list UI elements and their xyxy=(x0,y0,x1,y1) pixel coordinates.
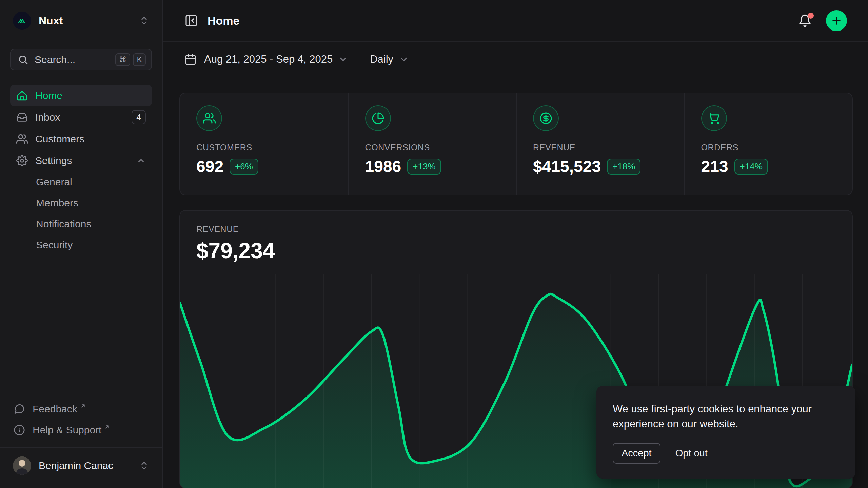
home-icon xyxy=(16,90,28,101)
dollar-circle-icon xyxy=(533,105,559,131)
kbd-k: K xyxy=(133,53,146,66)
stat-label: REVENUE xyxy=(533,143,668,152)
stat-card-conversions: CONVERSIONS 1986 +13% xyxy=(348,93,516,195)
inbox-icon xyxy=(16,111,28,123)
search-kbd-hints: ⌘ K xyxy=(115,53,146,66)
plus-icon xyxy=(831,15,842,26)
sidebar-item-label: Customers xyxy=(35,133,84,145)
notification-dot xyxy=(808,13,814,19)
user-name: Benjamin Canac xyxy=(39,460,139,471)
workspace-switcher[interactable]: Nuxt xyxy=(10,9,152,32)
users-icon xyxy=(196,105,222,131)
sidebar-item-home[interactable]: Home xyxy=(10,85,152,106)
stat-delta-badge: +18% xyxy=(607,159,640,175)
accept-button[interactable]: Accept xyxy=(613,443,660,464)
users-icon xyxy=(16,133,28,145)
stat-label: CONVERSIONS xyxy=(365,143,500,152)
stat-value: 692 xyxy=(196,157,223,176)
page-title: Home xyxy=(208,14,239,27)
date-range-value: Aug 21, 2025 - Sep 4, 2025 xyxy=(204,53,333,65)
stat-label: CUSTOMERS xyxy=(196,143,332,152)
sidebar-item-inbox[interactable]: Inbox 4 xyxy=(10,106,152,128)
sidebar-item-customers[interactable]: Customers xyxy=(10,128,152,150)
add-button[interactable] xyxy=(826,10,847,31)
stat-delta-badge: +13% xyxy=(407,159,441,175)
stat-card-revenue: REVENUE $415,523 +18% xyxy=(516,93,684,195)
cart-icon xyxy=(701,105,727,131)
stat-delta-badge: +6% xyxy=(230,159,258,175)
main-area: Home Aug 21, 2025 - xyxy=(163,0,868,488)
cookie-message: We use first-party cookies to enhance yo… xyxy=(613,402,839,431)
pie-chart-icon xyxy=(365,105,391,131)
calendar-icon xyxy=(184,53,197,65)
search-placeholder: Search... xyxy=(35,54,115,65)
divider xyxy=(0,447,162,448)
sidebar-item-label: Inbox xyxy=(35,111,132,123)
help-support-label: Help & Support xyxy=(33,424,101,436)
stat-label: ORDERS xyxy=(701,143,836,152)
revenue-label: REVENUE xyxy=(196,224,836,234)
stats-row: CUSTOMERS 692 +6% CONVERSIONS 1986 xyxy=(179,93,853,195)
inbox-count-badge: 4 xyxy=(132,110,146,124)
search-icon xyxy=(18,54,28,65)
page-header: Home xyxy=(163,0,868,42)
user-menu[interactable]: Benjamin Canac xyxy=(10,453,152,478)
stat-value: $415,523 xyxy=(533,157,601,176)
notifications-button[interactable] xyxy=(798,14,812,27)
stat-card-orders: ORDERS 213 +14% xyxy=(684,93,852,195)
sidebar-item-settings[interactable]: Settings xyxy=(10,150,152,171)
sidebar-item-label: Home xyxy=(35,90,62,101)
feedback-label: Feedback xyxy=(33,403,77,415)
granularity-select[interactable]: Daily xyxy=(370,53,409,65)
opt-out-button[interactable]: Opt out xyxy=(675,448,708,459)
stat-value: 213 xyxy=(701,157,728,176)
help-support-link[interactable]: Help & Support xyxy=(10,420,152,441)
info-icon xyxy=(14,424,25,436)
user-select-chevrons-icon xyxy=(139,461,149,471)
gear-icon xyxy=(16,155,28,166)
nuxt-logo-icon xyxy=(13,12,31,30)
date-range-picker[interactable]: Aug 21, 2025 - Sep 4, 2025 xyxy=(184,53,348,65)
external-link-icon xyxy=(80,403,86,409)
external-link-icon xyxy=(104,424,110,430)
sidebar-subitem-security[interactable]: Security xyxy=(10,235,152,256)
workspace-select-chevrons-icon xyxy=(139,16,149,26)
stat-delta-badge: +14% xyxy=(734,159,768,175)
sidebar-collapse-button[interactable] xyxy=(184,14,198,27)
sidebar-subitem-general[interactable]: General xyxy=(10,171,152,192)
feedback-link[interactable]: Feedback xyxy=(10,399,152,420)
sidebar-nav: Home Inbox 4 C xyxy=(10,85,152,256)
dashboard-content: CUSTOMERS 692 +6% CONVERSIONS 1986 xyxy=(163,77,868,488)
stat-card-customers: CUSTOMERS 692 +6% xyxy=(180,93,348,195)
avatar xyxy=(13,456,31,475)
cookie-banner: We use first-party cookies to enhance yo… xyxy=(596,386,855,479)
chevron-down-icon xyxy=(399,54,409,64)
brand-name: Nuxt xyxy=(39,15,139,27)
app-root: Nuxt Search... ⌘ K xyxy=(0,0,868,488)
revenue-value: $79,234 xyxy=(196,238,836,263)
stat-value: 1986 xyxy=(365,157,401,176)
chat-bubble-icon xyxy=(14,403,25,415)
chevron-up-icon xyxy=(136,156,146,165)
sidebar-item-label: Settings xyxy=(35,155,136,166)
search-input[interactable]: Search... ⌘ K xyxy=(10,49,152,70)
chevron-down-icon xyxy=(338,54,348,64)
sidebar: Nuxt Search... ⌘ K xyxy=(0,0,163,488)
sidebar-subitem-members[interactable]: Members xyxy=(10,192,152,214)
filters-toolbar: Aug 21, 2025 - Sep 4, 2025 Daily xyxy=(163,42,868,77)
granularity-value: Daily xyxy=(370,53,393,65)
sidebar-footer: Feedback Help & Support xyxy=(10,399,152,478)
sidebar-subitem-notifications[interactable]: Notifications xyxy=(10,214,152,235)
kbd-cmd: ⌘ xyxy=(115,53,130,66)
